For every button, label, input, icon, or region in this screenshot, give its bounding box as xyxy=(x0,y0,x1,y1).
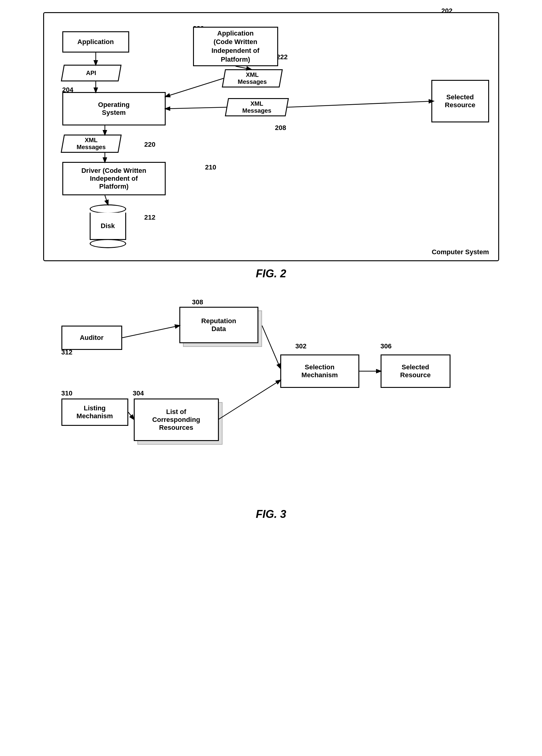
svg-line-4 xyxy=(166,107,226,109)
fig3-border: 308 312 310 304 302 306 Auditor Reputati… xyxy=(43,295,499,502)
auditor-box: Auditor xyxy=(61,326,122,350)
label-306: 306 xyxy=(381,342,392,350)
label-308: 308 xyxy=(192,298,203,306)
operating-system-box: Operating System xyxy=(62,92,166,125)
api-box: API xyxy=(62,65,120,81)
fig3-title: FIG. 3 xyxy=(43,508,499,521)
app-right-label: Application (Code Written Independent of… xyxy=(211,29,259,64)
fig2-container: Computer System 220 202 204 206 208 220 … xyxy=(43,12,499,280)
selection-mechanism-box: Selection Mechanism xyxy=(280,354,359,388)
label-310: 310 xyxy=(61,389,73,397)
xml-messages-220: XML Messages xyxy=(62,135,120,153)
svg-line-10 xyxy=(262,326,280,368)
computer-system-label: Computer System xyxy=(432,248,489,256)
label-220b: 220 xyxy=(144,141,156,149)
label-210: 210 xyxy=(205,163,216,171)
label-222: 222 xyxy=(277,53,288,61)
label-304: 304 xyxy=(133,389,144,397)
svg-line-2 xyxy=(235,66,251,69)
svg-line-9 xyxy=(122,326,179,338)
reputation-data-shadow: Reputation Data xyxy=(179,307,258,343)
label-202: 202 xyxy=(441,7,453,15)
fig2-title: FIG. 2 xyxy=(43,267,499,280)
label-208: 208 xyxy=(275,124,287,132)
disk-cylinder: Disk xyxy=(90,204,126,248)
label-212: 212 xyxy=(144,214,156,221)
application-left-box: Application xyxy=(62,31,129,53)
xml-messages-222: XML Messages xyxy=(223,69,281,87)
selected-resource-box: Selected Resource xyxy=(431,80,489,122)
svg-line-3 xyxy=(166,78,223,97)
listing-mechanism-box: Listing Mechanism xyxy=(61,399,128,426)
xml-messages-208: XML Messages xyxy=(226,98,287,116)
application-right-box: Application (Code Written Independent of… xyxy=(193,27,278,66)
selected-resource-box-fig3: Selected Resource xyxy=(381,354,451,388)
fig3-container: 308 312 310 304 302 306 Auditor Reputati… xyxy=(43,295,499,521)
svg-line-11 xyxy=(128,412,134,419)
fig2-border: Computer System 220 202 204 206 208 220 … xyxy=(43,12,499,261)
driver-box: Driver (Code Written Independent of Plat… xyxy=(62,162,166,195)
label-302: 302 xyxy=(296,342,307,350)
svg-line-5 xyxy=(287,101,433,107)
svg-line-12 xyxy=(219,380,280,419)
list-resources-shadow: List of Corresponding Resources xyxy=(134,399,219,441)
svg-line-8 xyxy=(105,195,108,204)
